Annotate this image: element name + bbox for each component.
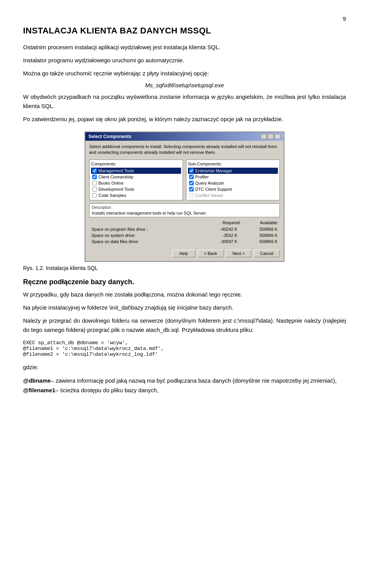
desc-text: Installs interactive management tools to… <box>92 211 277 215</box>
def-desc-0: – zawiera informację pod jaką nazwą ma b… <box>51 377 337 384</box>
component-checkbox-0[interactable] <box>92 168 97 173</box>
paragraph-5: Po zatwierdzeniu jej, pojawi się okno ja… <box>23 115 346 124</box>
paragraph-2: Instalator programu wydziałowego uruchom… <box>23 56 346 65</box>
space-row-0: Space on program files drive : -40242 K … <box>90 227 279 232</box>
subcomponent-item-4: Conflict Viewer <box>188 192 278 198</box>
component-label-3: Development Tools <box>98 187 134 192</box>
space-available-2: 558956 K <box>239 239 279 244</box>
def-term-1: @filename1 <box>23 387 55 393</box>
subcomponent-item-1[interactable]: Profiler <box>188 174 278 180</box>
help-button[interactable]: Help <box>172 250 195 257</box>
definitions-list: @dbname– zawiera informację pod jaką naz… <box>23 376 346 395</box>
section2-p3: Należy je przegrać do dowolnego folderu … <box>23 316 346 335</box>
component-item-2[interactable]: Books Online <box>91 180 181 186</box>
component-label-2: Books Online <box>98 181 123 185</box>
space-label-2: Space on data files drive: <box>90 239 200 244</box>
maximize-button[interactable]: □ <box>268 134 274 139</box>
minimize-button[interactable]: ─ <box>261 134 267 139</box>
code-block: EXEC sp_attach_db @dbname = 'wcyw', @fil… <box>23 340 346 357</box>
space-label-0: Space on program files drive : <box>90 227 200 232</box>
subcomponent-label-0: Enterprise Manager <box>195 168 233 173</box>
dialog-window: Select Components ─ □ ✕ Select additiona… <box>85 132 284 262</box>
component-label-4: Code Samples <box>98 193 126 198</box>
code-line-3: @filename2 = 'c:\mssql7\data\wykrocz_log… <box>23 351 346 357</box>
next-button[interactable]: Next > <box>226 250 251 257</box>
required-header: Required: <box>223 220 241 225</box>
component-item-1[interactable]: Client Connectivity <box>91 174 181 180</box>
subcomponents-panel: Sub-Components: Enterprise Manager Profi… <box>186 160 280 200</box>
space-required-2: -30597 K <box>201 239 239 244</box>
subcomponent-item-3[interactable]: DTC Client Support <box>188 186 278 192</box>
subcomponent-checkbox-1[interactable] <box>189 175 194 179</box>
subcomponent-label-3: DTC Client Support <box>195 187 232 192</box>
components-panel: Components: Management Tools Client Conn… <box>89 160 183 200</box>
available-header: Available: <box>260 220 279 225</box>
cancel-button[interactable]: Cancel <box>254 250 280 257</box>
code-line-2: @filename1 = 'c:\mssql7\data\wykrocz_dat… <box>23 346 346 351</box>
component-item-0[interactable]: Management Tools <box>91 168 181 174</box>
component-checkbox-3[interactable] <box>92 187 97 192</box>
subcomponent-checkbox-4 <box>189 193 194 198</box>
close-button[interactable]: ✕ <box>274 134 281 139</box>
components-row: Components: Management Tools Client Conn… <box>89 160 280 200</box>
space-available-0: 558956 K <box>239 227 279 232</box>
subcomponent-item-0[interactable]: Enterprise Manager <box>188 168 278 174</box>
page-number: 9 <box>23 15 346 22</box>
component-checkbox-2[interactable] <box>92 181 97 185</box>
titlebar-buttons: ─ □ ✕ <box>261 134 281 139</box>
figure-container: Select Components ─ □ ✕ Select additiona… <box>23 132 346 262</box>
subcomponent-label-4: Conflict Viewer <box>195 193 223 198</box>
subcomponent-checkbox-3[interactable] <box>189 187 194 192</box>
def-desc-1: – ścieżka dostępu do pliku bazy danych, <box>55 387 159 393</box>
definition-0: @dbname– zawiera informację pod jaką naz… <box>23 376 346 386</box>
components-label: Components: <box>91 162 181 166</box>
code-line-1: EXEC sp_attach_db @dbname = 'wcyw', <box>23 340 346 346</box>
desc-label: Description <box>92 205 277 210</box>
subcomponent-item-2[interactable]: Query Analyzer <box>188 180 278 186</box>
component-checkbox-4[interactable] <box>92 193 97 198</box>
paragraph-3: Można go także uruchomić ręcznie wybiera… <box>23 69 346 78</box>
section2-p1: W przypadku, gdy baza danych nie została… <box>23 290 346 299</box>
dialog-title: Select Components <box>88 134 131 139</box>
definition-1: @filename1– ścieżka dostępu do pliku baz… <box>23 385 346 395</box>
component-label-0: Management Tools <box>98 168 134 173</box>
subcomponent-checkbox-0[interactable] <box>189 168 194 173</box>
def-term-0: @dbname <box>23 377 51 384</box>
dialog-body: Select additional components to install.… <box>85 141 284 261</box>
paragraph-4: W obydwóch przypadkach na początku wyświ… <box>23 92 346 111</box>
subcomponent-label-1: Profiler <box>195 175 209 179</box>
space-label-1: Space on system drive: <box>90 233 200 238</box>
space-required-1: -3552 K <box>201 233 239 238</box>
dialog-buttons: Help < Back Next > Cancel <box>89 248 280 258</box>
subcomponent-label-2: Query Analyzer <box>195 181 224 185</box>
space-required-0: -40242 K <box>201 227 239 232</box>
subcomponent-checkbox-2[interactable] <box>189 181 194 185</box>
space-table: Space on program files drive : -40242 K … <box>89 226 280 245</box>
section2-p2: Na płycie instalacyjnej w folderze \init… <box>23 303 346 312</box>
space-header: Required: Available: <box>89 220 280 225</box>
page-title: INSTALACJA KLIENTA BAZ DANYCH MSSQL <box>23 26 346 36</box>
definitions-intro: gdzie: <box>23 363 346 372</box>
dialog-description: Select additional components to install.… <box>89 144 280 156</box>
space-row-2: Space on data files drive: -30597 K 5589… <box>90 239 279 244</box>
component-item-4[interactable]: Code Samples <box>91 192 181 198</box>
component-item-3[interactable]: Development Tools <box>91 186 181 192</box>
space-available-1: 558956 K <box>239 233 279 238</box>
component-checkbox-1[interactable] <box>92 175 97 179</box>
description-box: Description Installs interactive managem… <box>89 203 280 217</box>
subcomponents-label: Sub-Components: <box>188 162 278 166</box>
space-row-1: Space on system drive: -3552 K 558956 K <box>90 233 279 238</box>
dialog-titlebar: Select Components ─ □ ✕ <box>85 132 284 141</box>
figure-caption: Rys. 1.2. Instalacja klienta SQL <box>23 265 346 271</box>
back-button[interactable]: < Back <box>198 250 224 257</box>
paragraph-1: Ostatnim procesem instalacji aplikacji w… <box>23 43 346 52</box>
component-label-1: Client Connectivity <box>98 175 133 179</box>
section2-heading: Ręczne podłączenie bazy danych. <box>23 278 346 286</box>
code-path: Ms_sql\x86\setup\setupsql.exe <box>23 82 346 88</box>
